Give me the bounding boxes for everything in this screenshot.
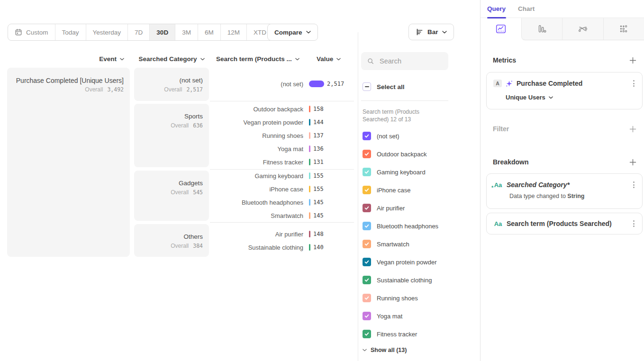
breakdown-card-search-term[interactable]: Aa Search term (Products Searched): [486, 213, 643, 235]
checkbox-checked[interactable]: [363, 222, 371, 230]
term-value: 136: [313, 145, 324, 152]
filter-item-label: Gaming keyboard: [377, 169, 426, 176]
property-type-icon: Aa: [493, 220, 503, 227]
select-all-checkbox[interactable]: [363, 82, 371, 91]
tab-query[interactable]: Query: [487, 5, 506, 12]
metrics-title: Metrics: [493, 56, 516, 64]
kebab-menu-icon[interactable]: [631, 219, 636, 228]
chart-type-select[interactable]: Bar: [408, 24, 454, 40]
term-row[interactable]: Running shoes137: [213, 129, 355, 142]
category-overall: Overall636: [139, 122, 203, 129]
add-metric-button[interactable]: [628, 56, 637, 64]
kebab-menu-icon[interactable]: [631, 180, 636, 189]
filter-item--not-set-[interactable]: (not set): [363, 131, 399, 141]
checkbox-checked[interactable]: [363, 150, 371, 158]
date-range-yesterday[interactable]: Yesterday: [86, 24, 128, 40]
overall-value: 3,492: [107, 86, 124, 93]
date-range-6m[interactable]: 6M: [198, 24, 220, 40]
tab-flows[interactable]: [562, 18, 603, 40]
overall-label: Overall: [85, 86, 103, 93]
search-box[interactable]: [361, 52, 448, 70]
term-label: Fitness tracker: [213, 159, 303, 166]
term-row[interactable]: iPhone case155: [213, 182, 355, 196]
term-row[interactable]: Yoga mat136: [213, 142, 355, 155]
date-range-7d[interactable]: 7D: [127, 24, 149, 40]
funnels-icon: [536, 23, 547, 35]
checkbox-checked[interactable]: [363, 204, 371, 212]
term-row[interactable]: Vegan protein powder144: [213, 116, 355, 129]
show-all-button[interactable]: Show all (13): [363, 347, 407, 353]
filter-item-bluetooth-headphones[interactable]: Bluetooth headphones: [363, 221, 438, 231]
term-row[interactable]: Smartwatch145: [213, 209, 355, 222]
breakdown-property-name: Searched Category*: [507, 181, 627, 189]
add-filter-button[interactable]: [628, 125, 637, 133]
filter-item-smartwatch[interactable]: Smartwatch: [363, 239, 409, 249]
measure-select[interactable]: Unique Users: [506, 94, 642, 101]
category-cell[interactable]: (not set)Overall2,517: [134, 68, 209, 101]
add-breakdown-button[interactable]: [628, 158, 637, 166]
category-cell[interactable]: SportsOverall636: [134, 104, 209, 167]
event-name: Purchase Completed [Unique Users]: [12, 76, 124, 85]
filter-item-sustainable-clothing[interactable]: Sustainable clothing: [363, 275, 432, 285]
column-header-search-term[interactable]: Search term (Products ...: [216, 55, 299, 63]
checkbox-checked[interactable]: [363, 294, 371, 302]
compare-button[interactable]: Compare: [267, 24, 318, 41]
category-cell[interactable]: OthersOverall384: [134, 224, 209, 257]
overall-label: Overall: [171, 189, 189, 196]
filter-item-running-shoes[interactable]: Running shoes: [363, 293, 418, 303]
category-cell[interactable]: GadgetsOverall545: [134, 171, 209, 221]
checkbox-checked[interactable]: [363, 258, 371, 266]
term-row[interactable]: Bluetooth headphones145: [213, 196, 355, 209]
check-icon: [364, 205, 370, 211]
term-label: Yoga mat: [213, 145, 303, 153]
chevron-down-icon: [363, 349, 367, 352]
filter-item-air-purifier[interactable]: Air purifier: [363, 203, 405, 213]
date-range-12m[interactable]: 12M: [220, 24, 246, 40]
checkbox-checked[interactable]: [363, 330, 371, 338]
term-row[interactable]: Gaming keyboard155: [213, 169, 355, 182]
plus-icon: [629, 126, 636, 133]
filter-item-yoga-mat[interactable]: Yoga mat: [363, 311, 402, 321]
search-input[interactable]: [379, 57, 442, 65]
show-all-label: Show all (13): [371, 347, 407, 353]
active-tab-underline: [487, 17, 506, 19]
column-header-event[interactable]: Event: [47, 55, 124, 63]
checkbox-checked[interactable]: [363, 168, 371, 176]
checkbox-checked[interactable]: [363, 240, 371, 248]
tab-retention[interactable]: [603, 18, 644, 40]
insights-icon: [495, 23, 507, 35]
date-range-label: 6M: [205, 29, 214, 36]
tab-funnels[interactable]: [521, 18, 562, 40]
column-header-value[interactable]: Value: [317, 55, 341, 63]
checkbox-checked[interactable]: [363, 186, 371, 194]
date-range-3m[interactable]: 3M: [175, 24, 198, 40]
breakdown-card-searched-category[interactable]: Aa* Searched Category* Data type changed…: [486, 173, 643, 209]
select-all[interactable]: Select all: [363, 82, 405, 91]
filter-item-outdoor-backpack[interactable]: Outdoor backpack: [363, 149, 427, 159]
filter-item-gaming-keyboard[interactable]: Gaming keyboard: [363, 167, 426, 177]
date-range-custom[interactable]: Custom: [8, 24, 55, 40]
check-icon: [364, 223, 370, 229]
event-cell[interactable]: Purchase Completed [Unique Users] Overal…: [7, 68, 130, 257]
term-row[interactable]: Fitness tracker131: [213, 155, 355, 169]
value-bar: [309, 119, 310, 126]
tab-chart[interactable]: Chart: [518, 5, 535, 12]
checkbox-checked[interactable]: [363, 312, 371, 320]
overall-value: 636: [193, 122, 203, 129]
term-row[interactable]: Sustainable clothing140: [213, 241, 355, 254]
term-row[interactable]: Outdoor backpack158: [213, 102, 355, 116]
date-range-30d[interactable]: 30D: [149, 24, 175, 40]
kebab-menu-icon[interactable]: [631, 79, 636, 88]
filter-item-vegan-protein-powder[interactable]: Vegan protein powder: [363, 257, 436, 267]
filter-item-iphone-case[interactable]: iPhone case: [363, 185, 411, 195]
filter-item-fitness-tracker[interactable]: Fitness tracker: [363, 329, 417, 339]
date-range-today[interactable]: Today: [55, 24, 86, 40]
checkbox-checked[interactable]: [363, 132, 371, 140]
tab-insights[interactable]: [481, 18, 521, 40]
term-rows-group: Gaming keyboard155iPhone case155Bluetoot…: [213, 169, 355, 222]
metric-card[interactable]: A Purchase Completed Unique Users: [486, 72, 643, 109]
column-header-searched-category[interactable]: Searched Category: [134, 55, 209, 63]
term-row[interactable]: (not set)2,517: [213, 77, 355, 90]
checkbox-checked[interactable]: [363, 276, 371, 284]
term-row[interactable]: Air purifier148: [213, 227, 355, 241]
